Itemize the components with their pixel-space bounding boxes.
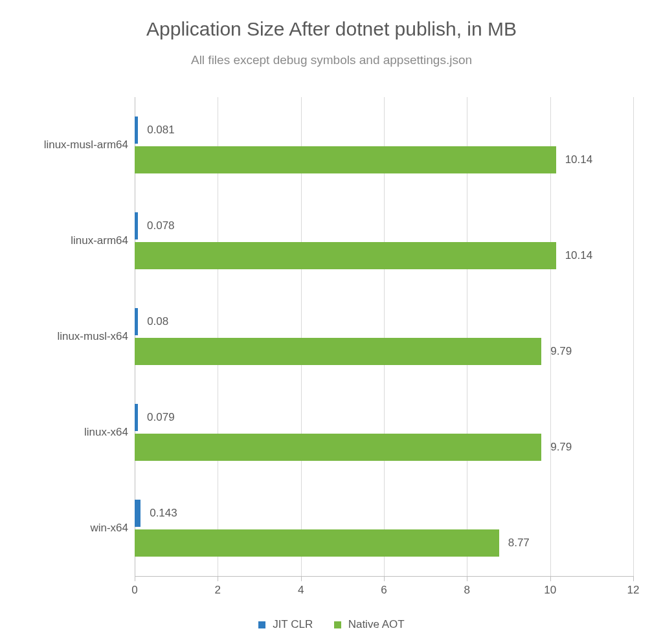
x-tick-label: 4 (298, 584, 304, 597)
legend-label-jit: JIT CLR (273, 618, 313, 630)
x-tick (384, 576, 385, 581)
bar-label-aot: 9.79 (550, 441, 572, 454)
bar-label-aot: 10.14 (565, 153, 593, 166)
bar-jit (135, 404, 138, 431)
y-tick-label: win-x64 (5, 522, 128, 535)
x-tick (135, 576, 135, 581)
bar-aot (135, 434, 541, 461)
x-tick (218, 576, 218, 581)
chart-subtitle: All files except debug symbols and appse… (0, 53, 663, 67)
bar-jit (135, 308, 138, 335)
bar-aot (135, 242, 556, 269)
x-tick (550, 576, 551, 581)
legend-label-aot: Native AOT (348, 618, 405, 630)
y-tick-label: linux-x64 (5, 426, 128, 439)
legend-swatch-aot (334, 621, 341, 628)
x-tick-label: 8 (464, 584, 470, 597)
legend-item-jit: JIT CLR (258, 617, 313, 631)
bar-aot (135, 146, 556, 173)
legend-swatch-jit (258, 621, 265, 628)
x-tick-label: 6 (381, 584, 387, 597)
x-tick-label: 0 (131, 584, 137, 597)
plot-area: 024681012linux-musl-arm640.08110.14linux… (135, 97, 633, 576)
bar-label-aot: 9.79 (550, 345, 572, 358)
x-tick-label: 2 (215, 584, 221, 597)
bar-label-jit: 0.143 (150, 507, 177, 520)
chart-container: Application Size After dotnet publish, i… (0, 0, 663, 644)
legend-item-aot: Native AOT (334, 617, 405, 631)
bar-jit (135, 500, 140, 527)
bar-label-jit: 0.081 (147, 124, 175, 137)
bar-label-aot: 10.14 (565, 249, 593, 262)
x-tick (633, 576, 634, 581)
bar-aot (135, 529, 499, 557)
x-tick (467, 576, 467, 581)
legend: JIT CLR Native AOT (0, 617, 663, 631)
bar-label-aot: 8.77 (508, 537, 530, 550)
bar-label-jit: 0.08 (147, 315, 168, 328)
x-tick-label: 12 (627, 584, 640, 597)
bar-jit (135, 117, 138, 144)
y-tick-label: linux-arm64 (5, 234, 128, 247)
bar-jit (135, 212, 138, 239)
gridline (633, 97, 634, 576)
bar-label-jit: 0.078 (147, 219, 175, 232)
bar-label-jit: 0.079 (147, 411, 175, 424)
bar-aot (135, 338, 541, 365)
chart-title: Application Size After dotnet publish, i… (0, 0, 663, 40)
x-tick (301, 576, 302, 581)
y-tick-label: linux-musl-x64 (5, 330, 128, 343)
y-tick-label: linux-musl-arm64 (5, 139, 128, 151)
x-tick-label: 10 (544, 584, 556, 597)
